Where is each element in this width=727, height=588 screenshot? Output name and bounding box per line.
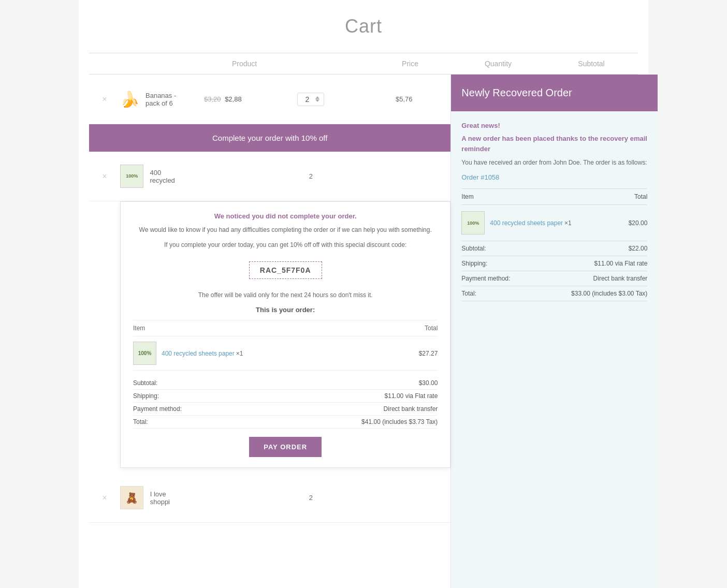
recovered-table-header: Item Total — [461, 189, 647, 205]
qty-recycled: 2 — [264, 172, 357, 180]
mini-table: Item Total 100% 400 recycled sheets pape… — [133, 320, 438, 371]
mini-product-total: $27.27 — [419, 350, 438, 357]
shipping-label: Shipping: — [133, 392, 159, 400]
mini-product-link[interactable]: 400 recycled sheets paper — [162, 350, 235, 357]
product-image-shopping: 🧸 — [120, 483, 144, 512]
mini-header-total: Total — [425, 325, 438, 332]
page-title: Cart — [89, 16, 638, 37]
qty-value-bananas: 2 — [302, 95, 312, 104]
shipping-row: Shipping: $11.00 via Flat rate — [133, 390, 438, 403]
qty-value-recycled: 2 — [309, 172, 313, 180]
order-label: This is your order: — [133, 306, 438, 314]
total-value: $41.00 (includes $3.73 Tax) — [361, 418, 438, 425]
mini-product-row: 100% 400 recycled sheets paper ×1 $27.27 — [133, 336, 438, 371]
recovered-shipping-label: Shipping: — [461, 260, 487, 267]
recovered-product-qty: ×1 — [564, 219, 572, 227]
from-text: You have received an order from John Doe… — [461, 159, 647, 166]
remove-shopping-button[interactable]: × — [89, 493, 120, 503]
recovered-header-total: Total — [634, 193, 647, 200]
recovered-shipping-value: $11.00 via Flat rate — [594, 260, 648, 267]
shipping-value: $11.00 via Flat rate — [385, 392, 438, 400]
product-image-recycled: 100% — [120, 162, 143, 190]
qty-down-bananas[interactable] — [315, 99, 319, 102]
page-wrapper: Cart Product Price Quantity Subtotal × 🍌… — [79, 0, 648, 588]
cart-section: × 🍌 Bananas - pack of 6 $3,20 $2,88 2 — [89, 75, 450, 588]
recovered-table: Item Total 100% 400 recycled sheets pape… — [461, 188, 647, 241]
great-news: Great news! — [461, 122, 647, 129]
product-name-shopping: I love shoppi — [150, 490, 182, 506]
cart-row-bananas: × 🍌 Bananas - pack of 6 $3,20 $2,88 2 — [89, 75, 450, 124]
cart-table-header: Product Price Quantity Subtotal — [89, 53, 638, 75]
product-name-bananas: Bananas - pack of 6 — [146, 92, 181, 107]
subtotal-bananas: $5,76 — [357, 95, 450, 103]
col-price-header: Price — [369, 60, 452, 68]
recovered-shipping-row: Shipping: $11.00 via Flat rate — [461, 256, 647, 271]
recovered-total-value: $33.00 (includes $3.00 Tax) — [571, 290, 647, 297]
recovery-notice: We noticed you did not complete your ord… — [133, 212, 438, 220]
cart-row-recycled: × 100% 400 recycled 2 — [89, 152, 450, 201]
recovered-payment-row: Payment method: Direct bank transfer — [461, 271, 647, 286]
qty-input-bananas[interactable]: 2 — [297, 93, 324, 106]
recovered-body: Great news! A new order has been placed … — [451, 111, 658, 312]
recovered-total-label: Total: — [461, 290, 476, 297]
recovered-panel: Newly Recovered Order Great news! A new … — [450, 75, 658, 588]
qty-arrows-bananas — [315, 96, 319, 102]
qty-shopping: 2 — [264, 494, 357, 502]
remove-bananas-button[interactable]: × — [89, 95, 120, 104]
complete-order-banner: Complete your order with 10% off — [89, 124, 450, 152]
recovered-product-price: $20.00 — [629, 219, 648, 227]
original-price-bananas: $3,20 — [204, 95, 221, 103]
recovery-desc: A new order has been placed thanks to th… — [461, 134, 647, 154]
col-empty — [89, 60, 120, 68]
qty-up-bananas[interactable] — [315, 96, 319, 99]
payment-row: Payment method: Direct bank transfer — [133, 403, 438, 416]
price-bananas: $3,20 $2,88 — [181, 95, 264, 103]
subtotal-label: Subtotal: — [133, 379, 157, 387]
product-info-recycled: 100% 400 recycled — [120, 162, 181, 190]
total-row: Total: $41.00 (includes $3.73 Tax) — [133, 416, 438, 429]
recovery-body2: If you complete your order today, you ca… — [133, 240, 438, 250]
cart-row-shopping: × 🧸 I love shoppi 2 — [89, 473, 450, 523]
pay-order-button[interactable]: PAY ORDER — [249, 437, 322, 457]
complete-order-text: Complete your order with 10% off — [212, 134, 327, 142]
recovered-subtotal-value: $22.00 — [629, 245, 648, 252]
discount-code-box: RAC_5F7F0A — [249, 261, 322, 279]
main-content: × 🍌 Bananas - pack of 6 $3,20 $2,88 2 — [89, 75, 638, 588]
sale-price-bananas: $2,88 — [225, 95, 242, 103]
recovered-product-link[interactable]: 400 recycled sheets paper — [490, 219, 563, 227]
mini-product-qty: ×1 — [236, 350, 243, 357]
recovered-payment-label: Payment method: — [461, 275, 510, 282]
mini-table-header: Item Total — [133, 320, 438, 336]
discount-code-wrap: RAC_5F7F0A — [133, 255, 438, 285]
product-image-bananas: 🍌 — [120, 85, 139, 113]
validity-text: The offer will be valid only for the nex… — [133, 291, 438, 299]
col-subtotal-header: Subtotal — [545, 60, 638, 68]
subtotal-row: Subtotal: $30.00 — [133, 377, 438, 390]
remove-recycled-button[interactable]: × — [89, 172, 120, 181]
total-label: Total: — [133, 418, 148, 425]
product-info-bananas: 🍌 Bananas - pack of 6 — [120, 85, 181, 113]
col-qty-header: Quantity — [452, 60, 545, 68]
recovered-header-item: Item — [461, 193, 473, 200]
recovered-product-row: 100% 400 recycled sheets paper ×1 $20.00 — [461, 205, 647, 241]
recovered-subtotal-row: Subtotal: $22.00 — [461, 241, 647, 256]
subtotal-value: $30.00 — [419, 379, 438, 387]
qty-value-shopping: 2 — [309, 494, 313, 502]
mini-header-item: Item — [133, 325, 145, 332]
recovery-popup: We noticed you did not complete your ord… — [120, 201, 450, 468]
recovered-product-img: 100% — [461, 211, 485, 234]
qty-bananas: 2 — [264, 93, 357, 106]
payment-label: Payment method: — [133, 405, 182, 413]
recovery-body1: We would like to know if you had any dif… — [133, 225, 438, 235]
recovered-payment-value: Direct bank transfer — [593, 275, 648, 282]
recovered-header: Newly Recovered Order — [451, 75, 658, 111]
order-link[interactable]: Order #1058 — [461, 173, 647, 181]
recovered-total-row: Total: $33.00 (includes $3.00 Tax) — [461, 286, 647, 301]
product-info-shopping: 🧸 I love shoppi — [120, 483, 181, 512]
recovered-subtotal-label: Subtotal: — [461, 245, 486, 252]
payment-value: Direct bank transfer — [384, 405, 438, 413]
product-name-recycled: 400 recycled — [150, 169, 181, 184]
col-product-header: Product — [120, 60, 369, 68]
mini-product-img: 100% — [133, 342, 156, 365]
